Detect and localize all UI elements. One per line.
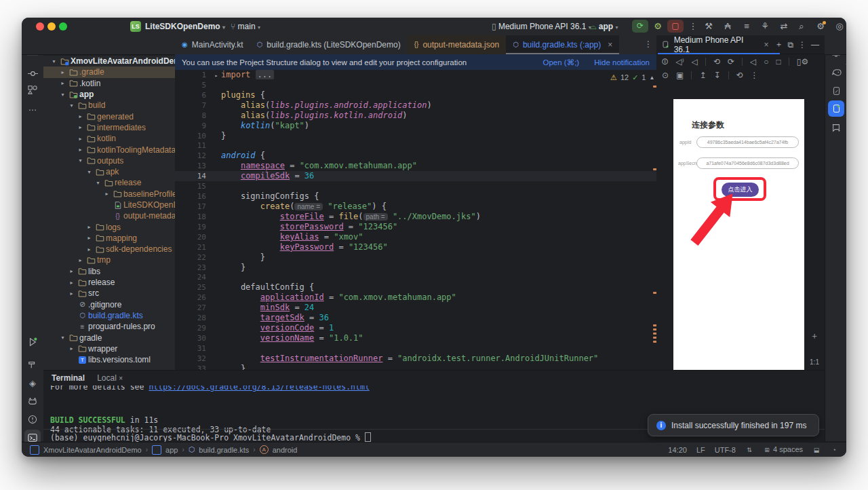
chevron-down-icon[interactable]: ▾ — [75, 157, 85, 164]
breadcrumb-module[interactable]: app — [165, 446, 178, 454]
panel-options-icon[interactable]: ⋮ — [798, 40, 806, 50]
line-separator[interactable]: LF — [696, 446, 705, 454]
code-line-31[interactable]: 31 — [175, 343, 656, 354]
tree-item-baselineprofiles[interactable]: ▸baselineProfiles — [43, 189, 175, 200]
chevron-down-icon[interactable]: ▾ — [84, 169, 94, 175]
tree-item-generated[interactable]: ▸generated — [43, 111, 175, 121]
tree-item-.gradle[interactable]: ▸.gradle — [43, 67, 175, 77]
chevron-right-icon[interactable]: ▸ — [75, 113, 85, 119]
tree-item-kotlin[interactable]: ▸kotlin — [43, 133, 175, 144]
code-line-25[interactable]: 25 defaultConfig { — [175, 282, 656, 293]
more-tools-icon[interactable]: … — [24, 99, 41, 115]
profiler-icon[interactable]: ⚘ — [758, 20, 772, 33]
build-variants-icon[interactable]: ≡ — [740, 20, 753, 33]
cursor-position[interactable]: 14:20 — [668, 446, 687, 454]
code-line-9[interactable]: 9 kotlin("kapt") — [175, 121, 656, 131]
tree-item-intermediates[interactable]: ▸intermediates — [43, 122, 175, 133]
build-hammer-icon[interactable]: ⚒ — [702, 20, 715, 33]
tree-item-kotlintoolingmetadata[interactable]: ▸kotlinToolingMetadata — [43, 144, 175, 155]
tree-item-logs[interactable]: ▸logs — [43, 221, 175, 232]
code-line-10[interactable]: 10} — [175, 131, 656, 141]
code-line-1[interactable]: 1▸import ... — [175, 70, 656, 80]
device-selector[interactable]: ▯ Medium Phone API 36.1 ▾ — [492, 21, 591, 32]
lock-icon[interactable]: ⬓ — [812, 446, 821, 454]
zoom-in-button[interactable]: ＋ — [807, 330, 822, 342]
tab-output-metadata[interactable]: {}output-metadata.json — [408, 35, 506, 54]
chevron-right-icon[interactable]: ▸ — [75, 124, 85, 130]
banner-open-link[interactable]: Open (⌘;) — [542, 58, 579, 67]
home-icon[interactable]: ○ — [764, 57, 768, 67]
screen-record-icon[interactable]: ▣ — [676, 71, 684, 80]
code-line-29[interactable]: 29 versionCode = 1 — [175, 323, 656, 333]
terminal-tab-local[interactable]: Local × — [97, 373, 123, 383]
code-line-5[interactable]: 5 — [175, 80, 656, 90]
chevron-right-icon[interactable]: ▸ — [84, 235, 94, 241]
code-line-28[interactable]: 28 targetSdk = 36 — [175, 313, 656, 323]
tree-item-output-metadata.js[interactable]: {}output-metadata.js — [43, 210, 175, 221]
code-line-15[interactable]: 15 — [175, 181, 656, 191]
chevron-down-icon[interactable]: ▾ — [66, 102, 77, 109]
chevron-right-icon[interactable]: ▸ — [66, 280, 77, 286]
code-line-23[interactable]: 23 } — [175, 263, 656, 273]
settings-gear-icon[interactable]: ⚙ — [814, 20, 827, 33]
tab-list-menu-icon[interactable]: ⋮ — [644, 39, 652, 49]
tab-build-gradle-root[interactable]: ⬡build.gradle.kts (LiteSDKOpenDemo) — [250, 35, 408, 54]
tree-item-sdk-dependencies[interactable]: ▸sdk-dependencies — [43, 244, 175, 255]
code-line-6[interactable]: 6plugins { — [175, 90, 656, 100]
minimize-window-button[interactable] — [47, 22, 56, 31]
tree-item-libs.versions.toml[interactable]: Tlibs.versions.toml — [43, 354, 175, 365]
code-line-13[interactable]: 13 namespace = "com.xmov.metahuman.app" — [175, 161, 656, 171]
close-tab-icon[interactable]: × — [608, 35, 612, 54]
tab-build-gradle-app[interactable]: ⬡build.gradle.kts (:app)× — [506, 35, 619, 54]
tree-item-app[interactable]: ▾app — [43, 89, 175, 100]
run-tool-icon[interactable] — [24, 334, 41, 350]
open-in-window-icon[interactable]: ⧉ — [787, 40, 793, 50]
indent-setting[interactable]: ⊞ 4 spaces — [763, 445, 803, 454]
rerun-button[interactable]: ⟳ — [632, 20, 648, 33]
tree-item-release[interactable]: ▾release — [43, 177, 175, 188]
chevron-right-icon[interactable]: ▸ — [66, 268, 77, 274]
rotate-left-icon[interactable]: ⟲ — [713, 57, 720, 67]
code-line-22[interactable]: 22 } — [175, 252, 656, 263]
commit-tool-icon[interactable] — [24, 65, 41, 81]
close-window-button[interactable] — [36, 22, 44, 31]
volume-up-icon[interactable]: ◁⁾ — [676, 57, 684, 67]
tab-mainactivity[interactable]: ◉MainActivity.kt — [175, 35, 250, 54]
device-manager-icon[interactable] — [828, 83, 844, 99]
code-editor[interactable]: 1▸import ...56plugins {7 alias(libs.plug… — [175, 70, 656, 370]
tree-item-release[interactable]: ▸release — [43, 277, 175, 288]
overview-icon[interactable]: □ — [776, 57, 781, 67]
code-line-30[interactable]: 30 versionName = "1.0.1" — [175, 333, 656, 343]
new-tab-icon[interactable]: ＋ — [774, 39, 783, 50]
chevron-right-icon[interactable]: ▸ — [58, 69, 68, 75]
chevron-down-icon[interactable]: ▾ — [58, 92, 68, 98]
chevron-right-icon[interactable]: ▸ — [75, 257, 85, 263]
code-line-17[interactable]: 17 create(name = "release") { — [175, 202, 656, 212]
chevron-down-icon[interactable]: ▾ — [93, 180, 103, 186]
screenshot-icon[interactable]: ⊙ — [662, 71, 669, 80]
branch-switcher[interactable]: ⑂ main ▾ — [231, 21, 260, 32]
install-icon[interactable]: ↧ — [713, 71, 720, 80]
upload-icon[interactable]: ↥ — [699, 71, 706, 80]
tree-item-proguard-rules.pro[interactable]: ≡proguard-rules.pro — [43, 321, 175, 332]
chevron-down-icon[interactable]: ▾ — [58, 335, 68, 341]
file-encoding[interactable]: UTF-8 — [715, 446, 736, 454]
code-line-12[interactable]: 12android { — [175, 151, 656, 161]
tree-item-gradle[interactable]: ▾gradle — [43, 332, 175, 343]
more-actions-icon[interactable]: ⋮ — [751, 71, 759, 80]
breadcrumb-file[interactable]: build.gradle.kts — [199, 446, 249, 454]
hide-panel-icon[interactable]: — — [811, 40, 819, 50]
code-line-27[interactable]: 27 minSdk = 24 — [175, 303, 656, 313]
code-line-7[interactable]: 7 alias(libs.plugins.android.application… — [175, 100, 656, 111]
ai-actions-icon[interactable]: ₳ — [721, 20, 734, 33]
terminal-prompt[interactable]: (base) euygnehcnij@Jacorys-MacBook-Pro X… — [50, 432, 371, 442]
code-line-16[interactable]: 16 signingConfigs { — [175, 191, 656, 202]
code-line-32[interactable]: 32 testInstrumentationRunner = "androidx… — [175, 354, 656, 364]
reset-icon[interactable]: ⟲ — [736, 71, 743, 80]
appsecret-input[interactable]: a71afe074a70456e8d6c087d3d3d88ed — [696, 157, 799, 169]
code-line-33[interactable]: 33 } — [175, 364, 656, 370]
project-switcher[interactable]: LiteSDKOpenDemo ▾ — [145, 21, 225, 32]
chevron-right-icon[interactable]: ▸ — [58, 80, 68, 86]
tree-item-.gitignore[interactable]: ⊘.gitignore — [43, 299, 175, 310]
chevron-right-icon[interactable]: ▸ — [102, 191, 112, 197]
